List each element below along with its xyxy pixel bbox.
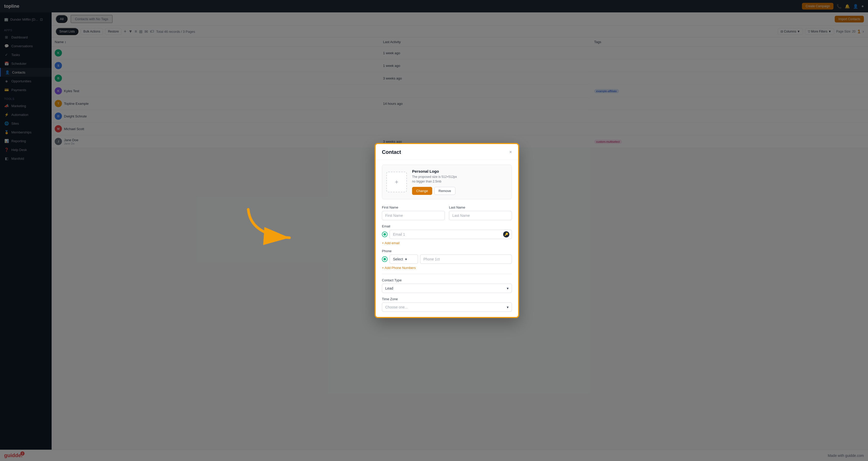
chevron-down-icon: ▾ [507, 286, 508, 290]
phone-input[interactable] [420, 254, 512, 264]
logo-upload-area: + Personal Logo The proposed size is 512… [382, 165, 512, 199]
time-zone-label: Time Zone [382, 297, 512, 301]
phone-row: Select ▾ [382, 254, 512, 264]
phone-type-value: Select [393, 257, 403, 261]
time-zone-value: Choose one... [385, 305, 408, 309]
logo-info: Personal Logo The proposed size is 512×5… [412, 169, 507, 195]
logo-buttons: Change Remove [412, 187, 507, 195]
modal-overlay[interactable]: Contact × + Personal Logo The proposed s… [0, 0, 868, 461]
add-email-link[interactable]: + Add email [382, 241, 512, 245]
modal-body: + Personal Logo The proposed size is 512… [376, 159, 518, 317]
email-label: Email [382, 224, 512, 228]
plus-icon: + [395, 178, 398, 186]
email-security-icon: 🔑 [503, 231, 509, 238]
modal-close-button[interactable]: × [509, 149, 512, 155]
add-phone-link[interactable]: + Add Phone Numbers [382, 266, 512, 270]
last-name-input[interactable] [449, 211, 512, 220]
modal-title: Contact [382, 149, 401, 155]
radio-inner [383, 258, 386, 260]
time-zone-select[interactable]: Choose one... ▾ [382, 303, 512, 312]
radio-inner [383, 233, 386, 236]
first-name-input[interactable] [382, 211, 445, 220]
change-logo-button[interactable]: Change [412, 187, 432, 195]
logo-title: Personal Logo [412, 169, 507, 174]
time-zone-group: Time Zone Choose one... ▾ [382, 297, 512, 312]
contact-type-value: Lead [385, 286, 393, 290]
phone-radio[interactable] [382, 256, 388, 262]
name-row: First Name Last Name [382, 206, 512, 220]
arrow-svg [243, 204, 300, 256]
first-name-group: First Name [382, 206, 445, 220]
email-row: 🔑 [382, 230, 512, 239]
logo-description: The proposed size is 512×512pxno bigger … [412, 175, 507, 184]
last-name-group: Last Name [449, 206, 512, 220]
chevron-down-icon: ▾ [507, 305, 508, 309]
phone-type-select[interactable]: Select ▾ [390, 254, 418, 264]
contact-type-group: Contact Type Lead ▾ [382, 278, 512, 293]
email-input-wrap: 🔑 [390, 230, 512, 239]
phone-group: Phone Select ▾ [382, 249, 512, 264]
email-group: Email 🔑 [382, 224, 512, 239]
email-input[interactable] [390, 230, 512, 239]
email-radio[interactable] [382, 232, 388, 237]
chevron-down-icon: ▾ [405, 257, 407, 261]
first-name-label: First Name [382, 206, 445, 209]
last-name-label: Last Name [449, 206, 512, 209]
arrow-annotation [243, 204, 300, 257]
contact-type-select[interactable]: Lead ▾ [382, 284, 512, 293]
modal-header: Contact × [376, 144, 518, 159]
contact-type-label: Contact Type [382, 278, 512, 282]
logo-placeholder[interactable]: + [386, 172, 407, 192]
phone-label: Phone [382, 249, 512, 253]
contact-modal: Contact × + Personal Logo The proposed s… [375, 143, 519, 318]
remove-logo-button[interactable]: Remove [434, 187, 456, 195]
